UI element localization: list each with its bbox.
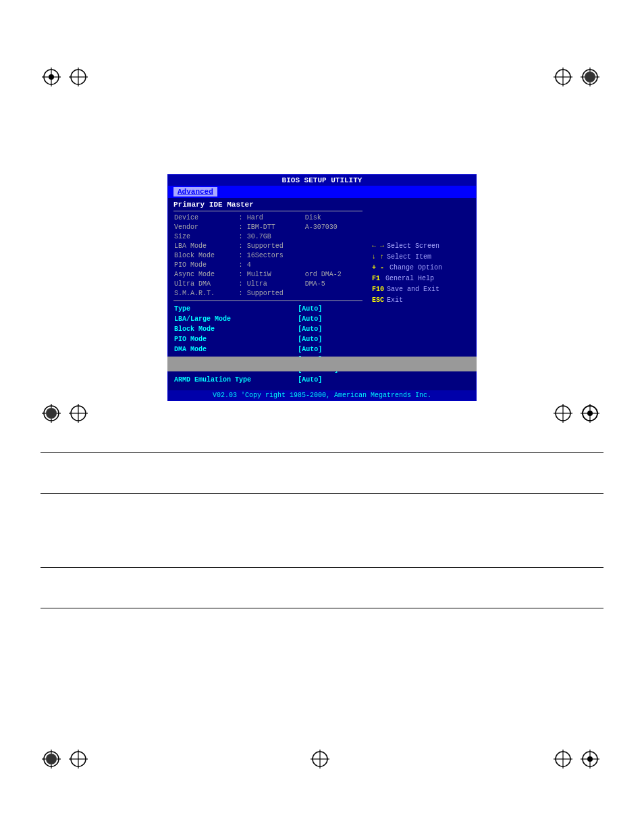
h-line-2 [41,493,603,494]
option-row-dma[interactable]: DMA Mode [Auto] [173,344,363,355]
info-row-lba: LBA Mode : Supported [173,242,363,251]
bios-title: BIOS SETUP UTILITY [168,175,476,186]
info-row-device: Device : Hard Disk [173,213,363,223]
reg-mark-br-outer [581,404,599,423]
info-row-block: Block Mode : 16Sectors [173,251,363,261]
section-title: Primary IDE Master [173,201,363,209]
gray-bar [167,357,477,371]
help-row-esc: ESC Exit [372,295,472,306]
divider-top [173,211,363,211]
info-row-async: Async Mode : MultiW ord DMA-2 [173,270,363,280]
info-row-pio: PIO Mode : 4 [173,261,363,270]
reg-mark-lm [311,750,329,768]
reg-mark-bl-outer [42,404,61,423]
help-row-f1: F1 General Help [372,273,472,284]
option-row-pio[interactable]: PIO Mode [Auto] [173,334,363,344]
reg-mark-tl-inner [69,68,88,86]
info-row-smart: S.M.A.R.T. : Supported [173,289,363,298]
divider-middle [173,301,363,301]
reg-mark-tr-inner [554,68,572,86]
help-keys-container: ← → Select Screen ↓ ↑ Select Item + - Ch… [372,241,472,306]
option-row-armd[interactable]: ARMD Emulation Type [Auto] [173,375,363,385]
help-row-screen: ← → Select Screen [372,241,472,252]
h-line-4 [41,608,603,608]
option-row-lba[interactable]: LBA/Large Mode [Auto] [173,314,363,324]
reg-mark-ll-outer [42,750,61,768]
help-row-f10: F10 Save and Exit [372,284,472,295]
option-row-type[interactable]: Type [Auto] [173,304,363,314]
reg-mark-lr-inner [554,750,572,768]
bios-nav-advanced[interactable]: Advanced [173,187,217,197]
reg-mark-tl-outer [42,68,61,86]
reg-mark-lr-outer [581,750,599,768]
reg-mark-bl-inner [69,404,88,423]
h-line-3 [41,567,603,568]
reg-mark-ll-inner [69,750,88,768]
bios-nav-bar: Advanced [168,186,476,198]
info-row-size: Size : 30.7GB [173,232,363,242]
info-row-vendor: Vendor : IBM-DTT A-307030 [173,223,363,232]
bios-footer: V02.03 'Copy right 1985-2000, American M… [168,390,476,400]
reg-mark-br-inner [554,404,572,423]
option-row-block[interactable]: Block Mode [Auto] [173,324,363,334]
svg-point-20 [46,408,57,419]
help-row-item: ↓ ↑ Select Item [372,252,472,263]
info-row-udma: Ultra DMA : Ultra DMA-5 [173,280,363,289]
reg-mark-tr-outer [581,68,599,86]
options-table: Type [Auto] LBA/Large Mode [Auto] Block … [173,304,363,385]
h-line-1 [41,452,603,453]
svg-point-11 [585,72,595,82]
device-info-table: Device : Hard Disk Vendor : IBM-DTT A-30… [173,213,363,298]
help-row-option: + - Change Option [372,263,472,273]
svg-point-34 [46,754,57,764]
